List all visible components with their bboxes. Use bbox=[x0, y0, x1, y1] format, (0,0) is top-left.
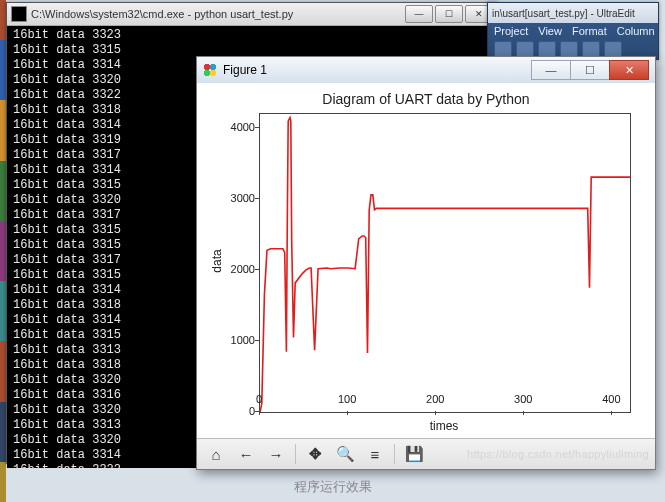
cmd-line: 16bit data 3323 bbox=[13, 28, 491, 43]
toolbar-save-icon[interactable]: 💾 bbox=[401, 442, 427, 466]
toolbar-pan-icon[interactable]: ✥ bbox=[302, 442, 328, 466]
chart-title: Diagram of UART data by Python bbox=[197, 91, 655, 107]
matplotlib-icon bbox=[203, 63, 217, 77]
cmd-maximize-button[interactable]: ☐ bbox=[435, 5, 463, 23]
ultraedit-window: in\usart[usart_test.py] - UltraEdit Proj… bbox=[487, 2, 659, 60]
toolbar-zoom-icon[interactable]: 🔍 bbox=[332, 442, 358, 466]
toolbar-back-icon[interactable]: ← bbox=[233, 442, 259, 466]
toolbar-home-icon[interactable]: ⌂ bbox=[203, 442, 229, 466]
figure-title: Figure 1 bbox=[223, 63, 267, 77]
cmd-icon bbox=[11, 6, 27, 22]
page-caption: 程序运行效果 bbox=[0, 478, 665, 496]
figure-close-button[interactable]: ✕ bbox=[609, 60, 649, 80]
toolbar-subplots-icon[interactable]: ≡ bbox=[362, 442, 388, 466]
y-tick-label: 2000 bbox=[231, 263, 255, 275]
y-tick-label: 4000 bbox=[231, 121, 255, 133]
ultraedit-menu-item[interactable]: Column bbox=[617, 25, 655, 37]
chart-xlabel: times bbox=[259, 419, 629, 433]
toolbar-separator bbox=[295, 444, 296, 464]
cmd-title: C:\Windows\system32\cmd.exe - python usa… bbox=[31, 8, 293, 20]
y-tick-label: 3000 bbox=[231, 192, 255, 204]
ultraedit-titlebar[interactable]: in\usart[usart_test.py] - UltraEdit bbox=[488, 3, 658, 23]
chart-line bbox=[260, 114, 630, 412]
ultraedit-menu-item[interactable]: Project bbox=[494, 25, 528, 37]
cmd-titlebar[interactable]: C:\Windows\system32\cmd.exe - python usa… bbox=[7, 3, 497, 26]
x-tick-label: 400 bbox=[602, 393, 620, 405]
figure-canvas: Diagram of UART data by Python data time… bbox=[197, 83, 655, 439]
figure-toolbar: ⌂ ← → ✥ 🔍 ≡ 💾 https://blog.csdn.net/happ… bbox=[197, 438, 655, 469]
ultraedit-menu-item[interactable]: Format bbox=[572, 25, 607, 37]
toolbar-forward-icon[interactable]: → bbox=[263, 442, 289, 466]
figure-maximize-button[interactable]: ☐ bbox=[570, 60, 610, 80]
plot-area bbox=[259, 113, 631, 413]
chart-ylabel: data bbox=[210, 249, 224, 272]
figure-window: Figure 1 — ☐ ✕ Diagram of UART data by P… bbox=[196, 56, 656, 470]
x-tick-label: 300 bbox=[514, 393, 532, 405]
cmd-minimize-button[interactable]: — bbox=[405, 5, 433, 23]
x-tick-label: 0 bbox=[256, 393, 262, 405]
y-tick-label: 1000 bbox=[231, 334, 255, 346]
x-tick-label: 200 bbox=[426, 393, 444, 405]
x-tick-label: 100 bbox=[338, 393, 356, 405]
watermark-text: https://blog.csdn.net/happyliuliming bbox=[467, 448, 649, 460]
figure-minimize-button[interactable]: — bbox=[531, 60, 571, 80]
toolbar-separator bbox=[394, 444, 395, 464]
ultraedit-title: in\usart[usart_test.py] - UltraEdit bbox=[492, 8, 635, 19]
ultraedit-menu-item[interactable]: View bbox=[538, 25, 562, 37]
ultraedit-menu[interactable]: ProjectViewFormatColumn bbox=[488, 23, 658, 39]
figure-titlebar[interactable]: Figure 1 — ☐ ✕ bbox=[197, 57, 655, 84]
